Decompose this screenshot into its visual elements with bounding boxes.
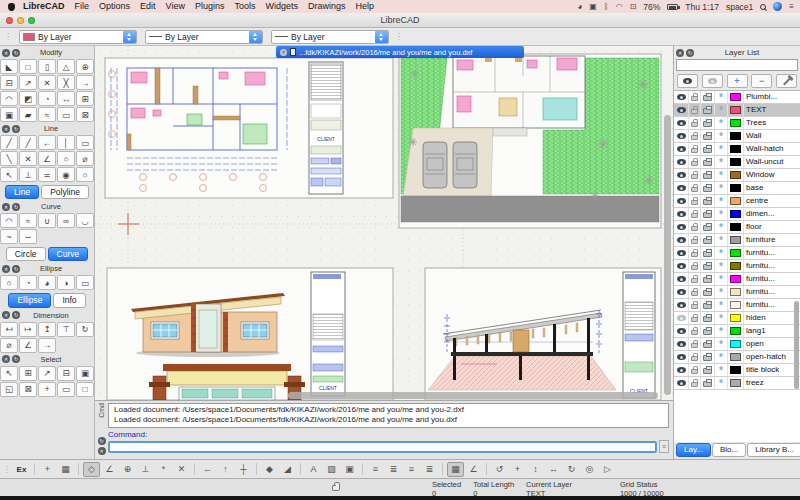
modify-tool-12-icon[interactable]: ◩ bbox=[19, 91, 37, 106]
hatch-button[interactable]: ▨ bbox=[323, 462, 340, 477]
order-top-button[interactable]: ≡ bbox=[367, 462, 384, 477]
palette-detach-icon[interactable]: ↻ bbox=[12, 125, 20, 133]
select-tool-6-icon[interactable]: ◱ bbox=[0, 382, 18, 397]
line-tool-11-icon[interactable]: ↖ bbox=[0, 167, 18, 182]
layer-visible-toggle[interactable] bbox=[674, 247, 689, 259]
line-tool-10-icon[interactable]: ⌀ bbox=[76, 151, 94, 166]
palette-close-icon[interactable]: ✕ bbox=[2, 355, 10, 363]
dimension-tool-4-icon[interactable]: ⊤ bbox=[57, 322, 75, 337]
snap-clear-button[interactable]: ✕ bbox=[173, 462, 190, 477]
select-tool-9-icon[interactable]: ▭ bbox=[57, 382, 75, 397]
layer-row-wall-uncut[interactable]: *Wall-uncut bbox=[674, 156, 800, 169]
layer-color-swatch[interactable] bbox=[728, 221, 744, 233]
layer-color-swatch[interactable] bbox=[728, 234, 744, 246]
panel-detach-icon[interactable]: ↻ bbox=[686, 49, 694, 57]
dock-detach-icon[interactable]: ↻ bbox=[98, 437, 106, 445]
layer-construction-toggle[interactable]: * bbox=[715, 104, 728, 116]
ellipse-tool-3-icon[interactable]: ◕ bbox=[38, 275, 56, 290]
modify-tool-18-icon[interactable]: ≈ bbox=[38, 107, 56, 122]
menu-clock[interactable]: Thu 1:17 bbox=[685, 2, 719, 12]
palette-detach-icon[interactable]: ↻ bbox=[12, 265, 20, 273]
layer-construction-toggle[interactable]: * bbox=[715, 247, 728, 259]
select-tool-1-icon[interactable]: ↖ bbox=[0, 366, 18, 381]
layer-color-swatch[interactable] bbox=[728, 351, 744, 363]
layer-print-toggle[interactable] bbox=[701, 273, 715, 285]
layer-construction-toggle[interactable]: * bbox=[715, 273, 728, 285]
layer-color-swatch[interactable] bbox=[728, 273, 744, 285]
line-tool-3-icon[interactable]: ← bbox=[38, 135, 56, 150]
drawing-canvas[interactable]: CLIENT bbox=[95, 46, 673, 459]
layer-construction-toggle[interactable]: * bbox=[715, 130, 728, 142]
layer-lock-toggle[interactable] bbox=[689, 273, 701, 285]
siri-icon[interactable] bbox=[773, 2, 782, 11]
select-tool-4-icon[interactable]: ⊟ bbox=[57, 366, 75, 381]
apple-menu-icon[interactable] bbox=[8, 3, 15, 11]
layer-construction-toggle[interactable]: * bbox=[715, 286, 728, 298]
layer-row-furnitu[interactable]: *furnitu... bbox=[674, 273, 800, 286]
layer-lock-toggle[interactable] bbox=[689, 312, 701, 324]
layer-visible-toggle[interactable] bbox=[674, 299, 689, 311]
layer-row-floor[interactable]: *floor bbox=[674, 221, 800, 234]
dropdown-stepper-icon[interactable] bbox=[375, 31, 388, 43]
layer-color-swatch[interactable] bbox=[728, 195, 744, 207]
layer-print-toggle[interactable] bbox=[701, 195, 715, 207]
bluetooth-icon[interactable]: ᛒ bbox=[604, 2, 609, 12]
palette-close-icon[interactable]: ✕ bbox=[2, 265, 10, 273]
order-lower-button[interactable]: ≣ bbox=[421, 462, 438, 477]
modify-tool-7-icon[interactable]: ↗ bbox=[19, 75, 37, 90]
ellipse-tool-4-icon[interactable]: ◑ bbox=[57, 275, 75, 290]
layer-print-toggle[interactable] bbox=[701, 234, 715, 246]
battery-icon[interactable] bbox=[667, 4, 678, 10]
palette-close-icon[interactable]: ✕ bbox=[2, 203, 10, 211]
palette-detach-icon[interactable]: ↻ bbox=[12, 355, 20, 363]
menu-librecad[interactable]: LibreCAD bbox=[18, 0, 70, 13]
layer-row-wall-hatch[interactable]: *Wall-hatch bbox=[674, 143, 800, 156]
order-bottom-button[interactable]: ≣ bbox=[385, 462, 402, 477]
layer-print-toggle[interactable] bbox=[701, 260, 715, 272]
redo-view-button[interactable]: ↻ bbox=[563, 462, 580, 477]
layer-print-toggle[interactable] bbox=[701, 221, 715, 233]
tab-curve[interactable]: Curve bbox=[48, 247, 89, 261]
layer-visible-toggle[interactable] bbox=[674, 117, 689, 129]
dropdown-stepper-icon[interactable] bbox=[249, 31, 262, 43]
modify-tool-16-icon[interactable]: ▣ bbox=[0, 107, 18, 122]
layer-print-toggle[interactable] bbox=[701, 351, 715, 363]
layer-color-swatch[interactable] bbox=[728, 247, 744, 259]
command-dock-tab[interactable]: Cmd bbox=[98, 403, 105, 418]
line-tool-7-icon[interactable]: ✕ bbox=[19, 151, 37, 166]
snap-middle-button[interactable]: ⊥ bbox=[137, 462, 154, 477]
layer-color-swatch[interactable] bbox=[728, 117, 744, 129]
snap-center-button[interactable]: ⊕ bbox=[119, 462, 136, 477]
snap-entity-button[interactable]: ∠ bbox=[101, 462, 118, 477]
line-tool-5-icon[interactable]: ▭ bbox=[76, 135, 94, 150]
layer-visible-toggle[interactable] bbox=[674, 234, 689, 246]
layer-hide-all-button[interactable] bbox=[702, 74, 723, 88]
layer-print-toggle[interactable] bbox=[701, 130, 715, 142]
layer-color-swatch[interactable] bbox=[728, 130, 744, 142]
layer-construction-toggle[interactable]: * bbox=[715, 169, 728, 181]
dimension-tool-1-icon[interactable]: ↤ bbox=[0, 322, 18, 337]
tab-library-b[interactable]: Library B... bbox=[747, 443, 800, 457]
layer-color-swatch[interactable] bbox=[728, 208, 744, 220]
snap-intersection-button[interactable]: * bbox=[155, 462, 172, 477]
layer-lock-toggle[interactable] bbox=[689, 247, 701, 259]
layer-print-toggle[interactable] bbox=[701, 299, 715, 311]
tab-line[interactable]: Line bbox=[5, 185, 39, 199]
layer-row-treez[interactable]: *treez bbox=[674, 377, 800, 390]
tab-polyline[interactable]: Polyline bbox=[41, 185, 89, 199]
layer-row-furnitu[interactable]: *furnitu... bbox=[674, 260, 800, 273]
palette-detach-icon[interactable]: ↻ bbox=[12, 203, 20, 211]
tab-lay[interactable]: Lay... bbox=[676, 443, 711, 457]
menu-options[interactable]: Options bbox=[94, 0, 135, 13]
layer-show-all-button[interactable] bbox=[677, 74, 698, 88]
dimension-tool-8-icon[interactable]: → bbox=[38, 338, 56, 353]
crosshair-button[interactable]: + bbox=[39, 462, 56, 477]
dimension-tool-2-icon[interactable]: ↦ bbox=[19, 322, 37, 337]
layer-color-swatch[interactable] bbox=[728, 325, 744, 337]
move-button[interactable]: + bbox=[509, 462, 526, 477]
layer-print-toggle[interactable] bbox=[701, 312, 715, 324]
layer-construction-toggle[interactable]: * bbox=[715, 234, 728, 246]
layer-visible-toggle[interactable] bbox=[674, 260, 689, 272]
line-tool-12-icon[interactable]: ⊥ bbox=[19, 167, 37, 182]
tab-info[interactable]: Info bbox=[53, 293, 85, 307]
